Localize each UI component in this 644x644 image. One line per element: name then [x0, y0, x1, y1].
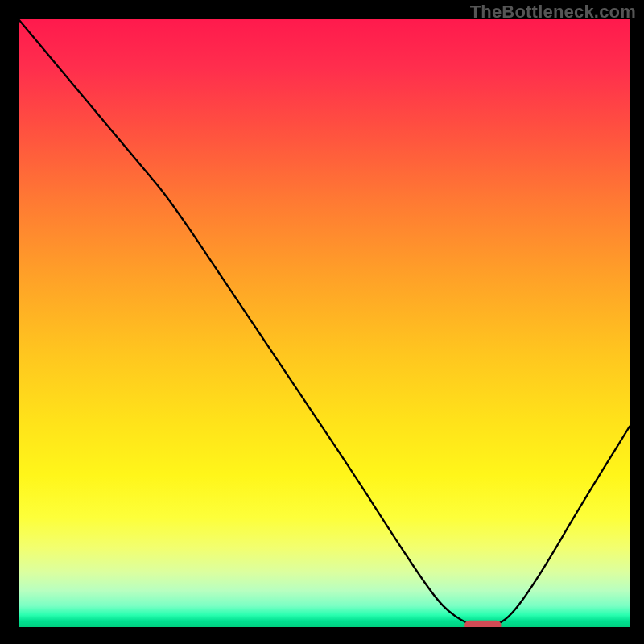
chart-svg — [19, 19, 630, 627]
bottleneck-curve — [19, 19, 630, 625]
plot-area — [16, 19, 630, 630]
watermark-text: TheBottleneck.com — [470, 2, 636, 23]
optimal-marker — [464, 621, 502, 627]
